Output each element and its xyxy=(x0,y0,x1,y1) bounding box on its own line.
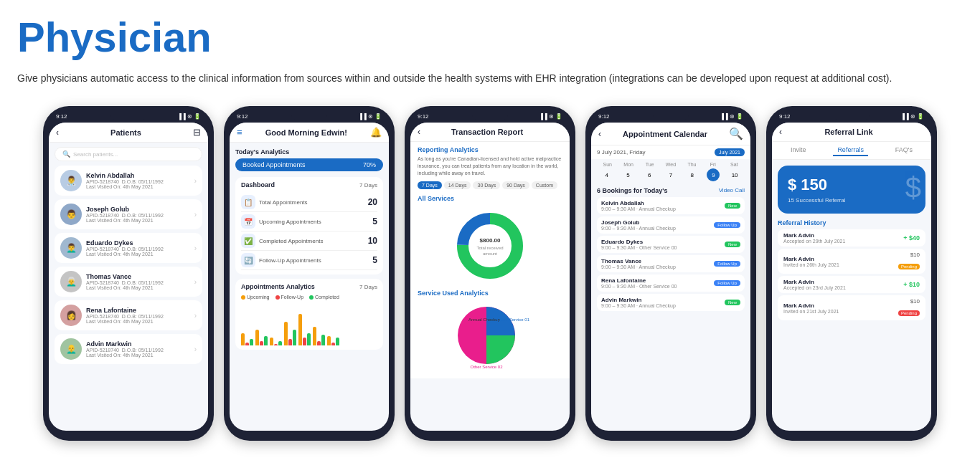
history-item: Mark Advin Invited on 26th July 2021 $10… xyxy=(778,249,925,274)
stat-label: Follow-Up Appointments xyxy=(259,257,372,264)
filter-icon[interactable]: ⊟ xyxy=(193,127,201,138)
booking-badge: New xyxy=(725,203,740,209)
patients-screen: ‹ Patients ⊟ 🔍 Search patients... 👨‍⚕️ K… xyxy=(49,123,208,431)
days-header: Sun Mon Tue Wed Thu Fri Sat xyxy=(597,162,745,167)
booking-item[interactable]: Joseph Golub 9:00 – 9:30 AM · Annual Che… xyxy=(597,216,745,234)
patient-avatar: 👨‍⚕️ xyxy=(60,170,82,191)
day-9-today[interactable]: 9 xyxy=(707,168,720,181)
menu-icon[interactable]: ≡ xyxy=(237,127,242,138)
bar xyxy=(278,341,282,346)
history-right: $10 Pending xyxy=(898,298,920,317)
filter-pills: 7 Days 14 Days 30 Days 90 Days Custom xyxy=(418,181,562,189)
svg-text:Total received: Total received xyxy=(476,246,503,250)
chevron-right-icon: › xyxy=(194,211,197,219)
referral-screen: ‹ Referral Link Invite Referrals FAQ's $… xyxy=(772,123,931,431)
bar xyxy=(303,338,306,345)
transaction-header: ‹ Transaction Report xyxy=(410,123,570,142)
bar xyxy=(331,343,335,345)
booking-info: Eduardo Dykes 9:00 – 9:30 AM · Other Ser… xyxy=(601,239,677,250)
booking-item[interactable]: Rena Lafontaine 9:00 – 9:30 AM · Other S… xyxy=(597,274,745,292)
booking-item[interactable]: Advin Markwin 9:00 – 9:30 AM · Annual Ch… xyxy=(597,294,745,311)
patient-visited: Last Visited On: 4th May 2021 xyxy=(86,218,190,223)
dashboard-filter[interactable]: 7 Days xyxy=(359,182,377,188)
time: 9:12 xyxy=(598,113,610,120)
chevron-right-icon: › xyxy=(194,177,197,185)
filter-7days[interactable]: 7 Days xyxy=(418,181,442,189)
booking-badge: New xyxy=(725,242,740,247)
booking-time: 9:00 – 9:30 AM · Annual Checkup xyxy=(601,206,676,211)
transaction-title: Transaction Report xyxy=(420,128,554,136)
patient-item[interactable]: 👨‍🦳 Thomas Vance APID-5218740 D.O.B: 05/… xyxy=(55,267,202,297)
chevron-right-icon: › xyxy=(194,244,197,252)
stat-item: 🔄 Follow-Up Appointments 5 xyxy=(241,251,377,270)
tab-referrals[interactable]: Referrals xyxy=(833,145,868,156)
chart-filter[interactable]: 7 Days xyxy=(359,284,377,290)
month-selector[interactable]: July 2021 xyxy=(715,148,745,156)
filter-14days[interactable]: 14 Days xyxy=(444,181,471,189)
stats-header: Dashboard 7 Days xyxy=(241,181,377,188)
booking-badge: Follow Up xyxy=(714,222,740,228)
patient-avatar: 👩 xyxy=(60,305,82,326)
stat-label: Total Appointments xyxy=(259,199,368,206)
patient-item[interactable]: 👩 Rena Lafontaine APID-5218740 D.O.B: 05… xyxy=(55,300,202,330)
history-left: Mark Advin Invited on 21st July 2021 xyxy=(783,302,839,314)
calendar-screen: ‹ Appointment Calendar 🔍 9 July 2021, Fr… xyxy=(591,123,750,431)
patient-item[interactable]: 👨 Joseph Golub APID-5218740 D.O.B: 05/11… xyxy=(55,199,202,229)
booking-time: 9:00 – 9:30 AM · Annual Checkup xyxy=(601,303,676,308)
bar xyxy=(284,322,288,345)
search-bar[interactable]: 🔍 Search patients... xyxy=(55,147,202,161)
booking-name: Thomas Vance xyxy=(601,258,676,264)
stat-value: 20 xyxy=(368,197,377,207)
history-item: Mark Advin Invited on 21st July 2021 $10… xyxy=(778,295,925,320)
patient-item[interactable]: 👨‍🦱 Eduardo Dykes APID-5218740 D.O.B: 05… xyxy=(55,233,202,263)
day-5[interactable]: 5 xyxy=(622,168,635,181)
day-4[interactable]: 4 xyxy=(600,168,613,181)
patient-visited: Last Visited On: 4th May 2021 xyxy=(86,319,190,324)
day-8[interactable]: 8 xyxy=(686,168,699,181)
bell-icon[interactable]: 🔔 xyxy=(370,127,382,138)
sun: Sun xyxy=(597,162,618,167)
history-left: Mark Advin Invited on 26th July 2021 xyxy=(783,256,839,267)
referral-title: Referral Link xyxy=(786,128,911,136)
sat: Sat xyxy=(724,162,745,167)
calendar-header: ‹ Appointment Calendar 🔍 xyxy=(591,123,750,145)
page-subtitle: Give physicians automatic access to the … xyxy=(17,70,963,86)
search-icon[interactable]: 🔍 xyxy=(729,127,743,140)
day-10[interactable]: 10 xyxy=(728,168,741,181)
referral-card-wrap: $ $ 150 15 Successful Referral xyxy=(772,166,931,214)
booking-time: 9:00 – 9:30 AM · Other Service 00 xyxy=(601,245,677,250)
stat-value: 5 xyxy=(372,216,377,226)
signal-icons: ▐▐ ⊛ 🔋 xyxy=(177,113,201,120)
bookings-title: 6 Bookings for Today's Video Call xyxy=(597,187,745,194)
filter-90days[interactable]: 90 Days xyxy=(502,181,529,189)
day-7[interactable]: 7 xyxy=(664,168,677,181)
bar xyxy=(298,314,302,345)
patients-title: Patients xyxy=(59,128,193,137)
patient-item[interactable]: 👨‍🦲 Advin Markwin APID-5218740 D.O.B: 05… xyxy=(55,334,202,364)
patient-name: Kelvin Abdallah xyxy=(86,172,190,179)
history-amount: + $40 xyxy=(903,234,920,242)
booking-item[interactable]: Kelvin Abdallah 9:00 – 9:30 AM · Annual … xyxy=(597,197,745,214)
followup-label: Follow-Up xyxy=(281,295,304,300)
filter-30days[interactable]: 30 Days xyxy=(473,181,500,189)
bar-group xyxy=(284,322,296,345)
filter-custom[interactable]: Custom xyxy=(532,181,557,189)
booking-items: Kelvin Abdallah 9:00 – 9:30 AM · Annual … xyxy=(597,197,745,311)
booking-item[interactable]: Eduardo Dykes 9:00 – 9:30 AM · Other Ser… xyxy=(597,236,745,253)
booking-name: Eduardo Dykes xyxy=(601,239,677,245)
patient-id: APID-5218740 D.O.B: 05/11/1992 xyxy=(86,213,190,218)
booking-item[interactable]: Thomas Vance 9:00 – 9:30 AM · Annual Che… xyxy=(597,255,745,272)
tab-faqs[interactable]: FAQ's xyxy=(891,145,917,156)
bar xyxy=(264,336,268,345)
bar-group xyxy=(255,330,268,345)
bar-group xyxy=(313,327,325,345)
back-arrow-icon[interactable]: ‹ xyxy=(779,127,782,137)
patient-item[interactable]: 👨‍⚕️ Kelvin Abdallah APID-5218740 D.O.B:… xyxy=(55,166,202,196)
phones-row: 9:12 ▐▐ ⊛ 🔋 ‹ Patients ⊟ 🔍 Search patien… xyxy=(17,106,963,441)
bar xyxy=(317,341,321,346)
tab-invite[interactable]: Invite xyxy=(786,145,811,156)
phone-dashboard: 9:12 ▐▐ ⊛ 🔋 ≡ Good Morning Edwin! 🔔 Toda… xyxy=(224,106,395,441)
phone-transaction: 9:12 ▐▐ ⊛ 🔋 ‹ Transaction Report Reporti… xyxy=(405,106,575,441)
history-name: Mark Advin xyxy=(783,279,846,285)
day-6[interactable]: 6 xyxy=(643,168,656,181)
